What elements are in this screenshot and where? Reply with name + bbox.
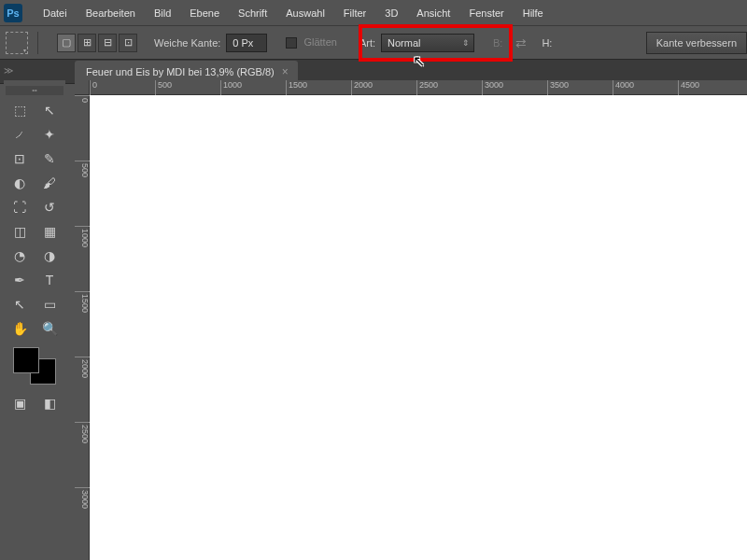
feather-label: Weiche Kante:: [154, 37, 220, 49]
ruler-origin[interactable]: [75, 80, 90, 95]
ruler-tick: 3000: [482, 80, 503, 95]
current-tool-indicator[interactable]: [6, 32, 28, 54]
history-tool[interactable]: ↺: [35, 196, 63, 218]
lasso-tool[interactable]: ⟋: [6, 123, 34, 146]
path-tool[interactable]: ↖: [6, 293, 34, 315]
screenmode-button[interactable]: ◧: [35, 392, 63, 414]
antialias-checkbox[interactable]: [286, 37, 297, 49]
eyedropper-tool[interactable]: ✎: [35, 147, 63, 170]
width-label: B:: [493, 37, 502, 49]
gradient-tool[interactable]: ▦: [35, 220, 63, 243]
style-label: Art:: [359, 37, 375, 49]
style-dropdown[interactable]: Normal: [381, 34, 474, 52]
move-tool[interactable]: ↖: [35, 99, 63, 121]
ruler-tick: 2500: [416, 80, 438, 95]
ruler-tick: 0: [75, 95, 90, 103]
zoom-tool[interactable]: 🔍: [35, 317, 63, 340]
type-tool[interactable]: T: [35, 269, 63, 291]
ruler-tick: 0: [90, 80, 97, 95]
brush-tool[interactable]: 🖌: [35, 172, 63, 194]
options-bar: ▢ ⊞ ⊟ ⊡ Weiche Kante: Glätten Art: Norma…: [0, 26, 747, 60]
shape-tool[interactable]: ▭: [35, 293, 63, 315]
stamp-tool[interactable]: ⛶: [6, 196, 34, 218]
swap-dimensions-icon[interactable]: ⇄: [515, 35, 527, 50]
mode-add[interactable]: ⊞: [78, 34, 96, 52]
wand-tool[interactable]: ✦: [35, 123, 63, 146]
document-canvas[interactable]: [90, 95, 747, 560]
ruler-tick: 1000: [220, 80, 242, 95]
tool-panel: •• ⬚↖⟋✦⊡✎◐🖌⛶↺◫▦◔◑✒T↖▭✋🔍 ▣◧: [4, 80, 65, 422]
selection-mode-group: ▢ ⊞ ⊟ ⊡: [57, 34, 137, 52]
menu-bearbeiten[interactable]: Bearbeiten: [77, 4, 145, 22]
separator: [37, 32, 38, 54]
ruler-tick: 2000: [351, 80, 373, 95]
refine-edge-button[interactable]: Kante verbessern: [646, 32, 747, 54]
tab-scroll-arrows[interactable]: ≫: [4, 65, 13, 76]
patch-tool[interactable]: ◐: [6, 172, 34, 194]
editmode-button[interactable]: ▣: [6, 392, 34, 414]
ruler-tick: 1500: [286, 80, 307, 95]
mode-new[interactable]: ▢: [57, 34, 76, 52]
mode-subtract[interactable]: ⊟: [98, 34, 117, 52]
menu-fenster[interactable]: Fenster: [459, 4, 513, 22]
style-value: Normal: [388, 37, 420, 49]
pen-tool[interactable]: ✒: [6, 269, 34, 291]
menu-3d[interactable]: 3D: [375, 4, 407, 22]
crop-tool[interactable]: ⊡: [6, 147, 34, 170]
close-tab-icon[interactable]: ×: [282, 65, 289, 78]
color-swatches: [11, 345, 58, 386]
ruler-tick: 2500: [75, 422, 90, 443]
foreground-color-swatch[interactable]: [13, 347, 39, 373]
hand-tool[interactable]: ✋: [6, 317, 34, 340]
blur-tool[interactable]: ◔: [6, 245, 34, 267]
feather-input[interactable]: [226, 34, 267, 52]
vertical-ruler[interactable]: 050010001500200025003000: [75, 95, 90, 560]
ruler-tick: 1000: [75, 226, 90, 247]
menu-ansicht[interactable]: Ansicht: [407, 4, 459, 22]
height-label: H:: [542, 37, 552, 49]
document-tab-title: Feuer und Eis by MDI bei 13,9% (RGB/8): [86, 66, 275, 77]
ruler-tick: 1500: [75, 291, 90, 313]
menu-ebene[interactable]: Ebene: [180, 4, 229, 22]
ruler-tick: 4000: [613, 80, 634, 95]
ruler-tick: 2000: [75, 357, 90, 378]
menu-bar: Ps Datei Bearbeiten Bild Ebene Schrift A…: [0, 0, 747, 26]
app-logo: Ps: [4, 4, 22, 22]
dodge-tool[interactable]: ◑: [35, 245, 63, 267]
ruler-tick: 500: [75, 161, 90, 177]
marquee-tool[interactable]: ⬚: [6, 99, 34, 121]
eraser-tool[interactable]: ◫: [6, 220, 34, 243]
menu-hilfe[interactable]: Hilfe: [514, 4, 553, 22]
menu-filter[interactable]: Filter: [334, 4, 375, 22]
antialias-group: Glätten: [286, 36, 337, 49]
ruler-tick: 500: [155, 80, 172, 95]
ruler-tick: 3000: [75, 487, 90, 509]
toolbox-collapse-grip[interactable]: ••: [6, 86, 63, 95]
menu-schrift[interactable]: Schrift: [229, 4, 276, 22]
mode-intersect[interactable]: ⊡: [119, 34, 137, 52]
horizontal-ruler[interactable]: 050010001500200025003000350040004500: [90, 80, 747, 95]
menu-datei[interactable]: Datei: [34, 4, 77, 22]
ruler-tick: 3500: [547, 80, 569, 95]
ruler-tick: 4500: [678, 80, 699, 95]
antialias-label: Glätten: [303, 36, 336, 48]
canvas-viewport[interactable]: [90, 95, 747, 560]
menu-bild[interactable]: Bild: [145, 4, 180, 22]
menu-auswahl[interactable]: Auswahl: [276, 4, 334, 22]
